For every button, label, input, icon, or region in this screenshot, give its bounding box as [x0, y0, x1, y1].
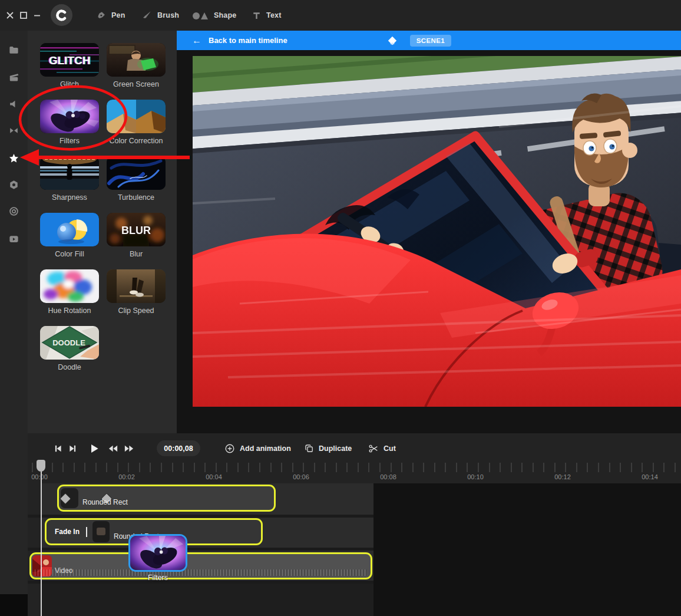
- effect-card-color-correction[interactable]: Color Correction: [107, 100, 166, 145]
- effect-label-doodle: Doodle: [40, 363, 99, 371]
- fast-forward-button[interactable]: [124, 443, 134, 454]
- play-button[interactable]: [88, 443, 100, 454]
- tool-shape-label: Shape: [214, 11, 237, 19]
- effect-card-glitch[interactable]: GLITCH GLITCH GLITCH Glitch: [40, 43, 99, 88]
- duplicate-button[interactable]: Duplicate: [319, 444, 352, 454]
- tool-text[interactable]: Text: [252, 8, 282, 22]
- empty-track-zone: [41, 582, 373, 616]
- cartoon-driving-scene: [193, 56, 681, 407]
- effects-panel: GLITCH GLITCH GLITCH Glitch: [28, 31, 177, 433]
- effect-card-clip-speed[interactable]: Clip Speed: [107, 269, 166, 315]
- clip-animation-label: Fade In: [55, 528, 80, 536]
- skip-to-start-button[interactable]: [52, 443, 63, 454]
- duplicate-icon[interactable]: [304, 443, 315, 454]
- track-separator: [28, 548, 373, 551]
- track-separator: [28, 581, 373, 584]
- ruler-tick-label: 00:02: [109, 473, 144, 480]
- effect-card-green-screen[interactable]: Green Screen: [107, 43, 166, 88]
- effect-label-hue-rotation: Hue Rotation: [40, 307, 99, 315]
- ruler-tick-label: 00:06: [283, 473, 319, 480]
- effect-label-blur: Blur: [107, 250, 166, 258]
- folder-icon[interactable]: [8, 44, 19, 55]
- timeline-ruler[interactable]: 00:00 00:02 00:04 00:06 00:08 00:10 00:1…: [28, 460, 681, 483]
- add-animation-button[interactable]: Add animation: [240, 444, 291, 454]
- ruler-tick-label: 00:10: [458, 473, 493, 480]
- shape-icon: [192, 11, 209, 20]
- sidebar-bottom-spacer: [0, 594, 28, 616]
- tool-shape[interactable]: Shape: [192, 8, 237, 22]
- tool-pen[interactable]: Pen: [96, 8, 125, 22]
- ruler-tick-label: 00:14: [632, 473, 667, 480]
- effect-label-glitch: Glitch: [40, 80, 99, 88]
- top-bar: Pen Brush Shape Text: [0, 0, 681, 31]
- effect-label-clip-speed: Clip Speed: [107, 307, 166, 315]
- preview-area: [177, 50, 681, 433]
- back-to-timeline-button[interactable]: ← Back to main timeline: [192, 36, 287, 45]
- logo-c-icon: [55, 9, 68, 22]
- pen-icon: [96, 11, 106, 21]
- effect-thumb-color-fill: [40, 213, 99, 246]
- add-animation-icon[interactable]: [224, 443, 235, 454]
- back-label: Back to main timeline: [209, 36, 287, 45]
- record-icon[interactable]: [8, 206, 19, 217]
- timeline: 00:00,08 Add animation Duplicate Cut 00:…: [28, 433, 681, 616]
- svg-text:BLUR: BLUR: [121, 225, 151, 236]
- effect-card-color-fill[interactable]: Color Fill: [40, 213, 99, 258]
- brush-icon: [141, 10, 152, 21]
- effect-thumb-clip-speed: [107, 269, 166, 303]
- effect-thumb-sharpness: [40, 156, 99, 190]
- tool-pen-label: Pen: [111, 11, 125, 19]
- scene-badge[interactable]: SCENE1: [410, 35, 451, 47]
- timecode-display: 00:00,08: [157, 440, 200, 456]
- left-sidebar: [0, 31, 28, 616]
- close-icon[interactable]: [5, 10, 15, 21]
- clip-video[interactable]: Video: [29, 552, 372, 579]
- playhead-line: [41, 463, 42, 616]
- clapperboard-icon[interactable]: [8, 72, 19, 83]
- effect-thumb-hue-rotation: [40, 269, 99, 303]
- effect-card-doodle[interactable]: DOODLE Doodle: [40, 326, 99, 371]
- clip-separator: [86, 527, 87, 537]
- star-icon[interactable]: [8, 153, 19, 164]
- effect-label-color-correction: Color Correction: [107, 137, 166, 145]
- clip-thumb-box: [92, 521, 110, 542]
- effect-card-filters[interactable]: Filters: [40, 100, 99, 145]
- ruler-tick-label: 00:08: [371, 473, 406, 480]
- clip-thumb-shape: [97, 528, 105, 535]
- transition-icon[interactable]: [8, 125, 19, 136]
- effect-label-filters: Filters: [40, 137, 99, 145]
- video-export-icon[interactable]: [8, 233, 19, 245]
- rewind-button[interactable]: [108, 443, 118, 454]
- tool-brush[interactable]: Brush: [141, 8, 179, 22]
- clip-rounded-rect-1[interactable]: Rounded Rect: [57, 485, 276, 512]
- skip-to-end-button[interactable]: [68, 443, 78, 454]
- effect-thumb-filters: [40, 100, 99, 133]
- effect-card-sharpness[interactable]: Sharpness: [40, 156, 99, 202]
- minimize-icon[interactable]: [32, 10, 42, 21]
- app-logo[interactable]: [51, 4, 72, 26]
- effect-thumb-green-screen: [107, 43, 166, 77]
- cut-icon[interactable]: [368, 443, 379, 454]
- svg-text:GLITCH: GLITCH: [49, 54, 91, 67]
- maximize-icon[interactable]: [18, 10, 29, 21]
- cut-button[interactable]: Cut: [384, 444, 396, 454]
- effect-thumb-glitch: GLITCH GLITCH GLITCH: [40, 43, 99, 77]
- effect-card-blur[interactable]: BLUR Blur: [107, 213, 166, 258]
- effect-card-hue-rotation[interactable]: Hue Rotation: [40, 269, 99, 315]
- playhead-handle[interactable]: [37, 460, 45, 472]
- dragged-filters-thumbnail[interactable]: [128, 534, 187, 572]
- video-preview[interactable]: [193, 56, 681, 407]
- effect-label-color-fill: Color Fill: [40, 250, 99, 258]
- back-arrow-icon: ←: [192, 36, 201, 45]
- svg-text:DOODLE: DOODLE: [52, 338, 85, 347]
- beyond-scene-zone: [373, 483, 681, 616]
- effect-label-sharpness: Sharpness: [40, 193, 99, 202]
- video-editor-window: Pen Brush Shape Text: [0, 0, 681, 616]
- effect-label-turbulence: Turbulence: [107, 193, 166, 202]
- scene-header-bar: ← Back to main timeline SCENE1: [177, 31, 681, 50]
- speaker-icon[interactable]: [8, 98, 19, 110]
- effect-thumb-turbulence: [107, 156, 166, 190]
- nut-icon[interactable]: [8, 179, 19, 190]
- tool-brush-label: Brush: [157, 11, 179, 19]
- effect-card-turbulence[interactable]: Turbulence: [107, 156, 166, 202]
